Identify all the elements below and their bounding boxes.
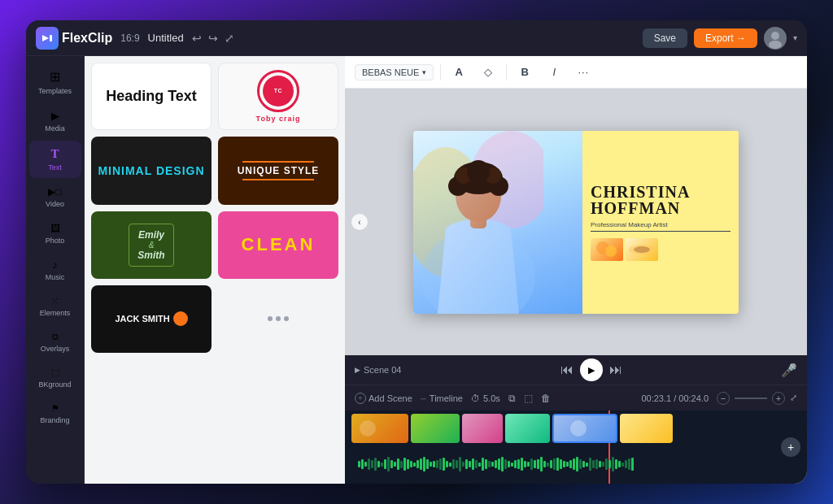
sidebar-item-music[interactable]: ♪ Music bbox=[29, 253, 81, 288]
more-options-button[interactable]: ··· bbox=[572, 61, 595, 84]
account-chevron[interactable]: ▾ bbox=[793, 33, 797, 42]
sidebar-item-branding[interactable]: ⚑ Branding bbox=[29, 397, 81, 431]
sidebar-item-text[interactable]: T Text bbox=[29, 141, 81, 178]
template-card-toby[interactable]: TC Toby craig bbox=[218, 63, 338, 130]
duration-value: 5.0s bbox=[483, 393, 500, 403]
timeline-icon: ⏤ bbox=[421, 393, 426, 403]
fullscreen-icon[interactable]: ⤢ bbox=[225, 32, 234, 45]
skip-forward-icon[interactable]: ⏭ bbox=[609, 363, 622, 377]
canvas-name-line2: HOFFMAN bbox=[591, 200, 731, 216]
undo-icon[interactable]: ↩ bbox=[192, 32, 202, 45]
sidebar-item-photo[interactable]: 🖼 Photo bbox=[29, 216, 81, 251]
sidebar-item-branding-label: Branding bbox=[40, 416, 69, 424]
person-image bbox=[413, 131, 592, 314]
highlight-icon: ◇ bbox=[484, 66, 492, 78]
unique-line-top bbox=[242, 161, 315, 163]
track-clip-6[interactable] bbox=[620, 414, 673, 443]
play-triangle-icon: ▶ bbox=[355, 366, 360, 374]
total-time: 00:24.0 bbox=[678, 393, 709, 403]
svg-point-2 bbox=[769, 41, 782, 49]
text-icon: T bbox=[50, 147, 59, 161]
svg-rect-0 bbox=[50, 35, 52, 41]
timeline-button[interactable]: ⏤ Timeline bbox=[421, 393, 463, 403]
track-clip-2[interactable] bbox=[411, 414, 460, 443]
redo-icon[interactable]: ↪ bbox=[208, 32, 218, 45]
track-clip-1[interactable] bbox=[351, 414, 408, 443]
logo: FlexClip bbox=[36, 27, 112, 50]
sidebar-item-bkground[interactable]: ⬚ BKground bbox=[29, 361, 81, 395]
template-card-unique[interactable]: UNIQUE STYLE bbox=[218, 137, 338, 204]
skip-back-icon[interactable]: ⏮ bbox=[560, 363, 574, 377]
media-icon: ▶ bbox=[51, 110, 59, 122]
music-icon: ♪ bbox=[53, 259, 58, 271]
sidebar-item-elements-label: Elements bbox=[40, 309, 71, 317]
timeline-tracks: + bbox=[345, 411, 807, 484]
bold-icon: B bbox=[521, 66, 529, 78]
bold-button[interactable]: B bbox=[513, 61, 536, 84]
canvas-prev-arrow[interactable]: ‹ bbox=[351, 214, 368, 230]
templates-panel: Heading Text TC Toby craig MIN bbox=[85, 56, 345, 484]
export-button[interactable]: Export → bbox=[694, 28, 757, 48]
template-card-more[interactable] bbox=[218, 285, 338, 353]
canvas-toolbar: BEBAS NEUE ▾ A ◇ B I ··· bbox=[345, 56, 807, 89]
template-card-heading[interactable]: Heading Text bbox=[91, 63, 212, 130]
track-clip-3[interactable] bbox=[462, 414, 503, 443]
add-scene-button[interactable]: + Add Scene bbox=[355, 393, 412, 404]
canvas-thumbnails bbox=[591, 238, 731, 261]
template-card-clean[interactable]: CLEAN bbox=[218, 211, 338, 279]
minimal-card-text: MINIMAL DESIGN bbox=[98, 164, 204, 177]
microphone-icon[interactable]: 🎤 bbox=[781, 363, 797, 378]
sidebar-item-templates[interactable]: ⊞ Templates bbox=[29, 63, 81, 102]
audio-track-row bbox=[345, 446, 807, 482]
font-selector[interactable]: BEBAS NEUE ▾ bbox=[355, 64, 434, 80]
zoom-out-button[interactable]: − bbox=[717, 392, 730, 405]
topbar: FlexClip 16:9 Untitled ↩ ↪ ⤢ Save Export… bbox=[26, 20, 807, 56]
topbar-actions: ↩ ↪ ⤢ bbox=[192, 32, 234, 45]
duration-display: ⏱ 5.0s bbox=[471, 393, 500, 403]
project-name[interactable]: Untitled bbox=[148, 32, 184, 44]
bkground-icon: ⬚ bbox=[51, 367, 59, 378]
templates-icon: ⊞ bbox=[50, 69, 60, 85]
template-card-emily[interactable]: Emily & Smith bbox=[91, 211, 212, 279]
play-button[interactable]: ▶ bbox=[580, 358, 603, 381]
sidebar-item-media[interactable]: ▶ Media bbox=[29, 103, 81, 139]
template-card-jack[interactable]: JACK SMITH bbox=[91, 285, 212, 353]
duplicate-icon[interactable]: ⬚ bbox=[524, 393, 533, 404]
audio-waveform bbox=[358, 456, 800, 472]
sidebar-item-elements[interactable]: ⁙ Elements bbox=[29, 289, 81, 324]
dot-2 bbox=[276, 316, 281, 321]
track-clip-5-selected[interactable] bbox=[552, 414, 617, 443]
unique-card-text: UNIQUE STYLE bbox=[238, 165, 320, 176]
italic-button[interactable]: I bbox=[543, 61, 565, 84]
sidebar-item-photo-label: Photo bbox=[46, 237, 65, 245]
templates-grid: Heading Text TC Toby craig MIN bbox=[91, 63, 338, 353]
canvas-frame[interactable]: CHRISTINA HOFFMAN Professional Makeup Ar… bbox=[413, 131, 739, 314]
time-display: 00:23.1 / 00:24.0 bbox=[641, 393, 709, 403]
italic-icon: I bbox=[553, 66, 556, 78]
copy-icon[interactable]: ⧉ bbox=[508, 393, 516, 404]
video-icon: ▶□ bbox=[48, 186, 61, 198]
canvas-subtitle: Professional Makeup Artist bbox=[591, 221, 731, 232]
toby-circle-inner: TC bbox=[263, 76, 294, 106]
sidebar-item-overlays[interactable]: ⧉ Overlays bbox=[29, 325, 81, 359]
sidebar-item-overlays-label: Overlays bbox=[41, 345, 70, 353]
add-track-button[interactable]: + bbox=[781, 437, 800, 457]
svg-point-13 bbox=[467, 160, 490, 183]
text-color-icon: A bbox=[456, 66, 463, 78]
dot-3 bbox=[284, 316, 289, 321]
timeline-label: Timeline bbox=[430, 393, 463, 403]
delete-icon[interactable]: 🗑 bbox=[541, 393, 551, 404]
text-color-button[interactable]: A bbox=[447, 61, 470, 84]
avatar[interactable] bbox=[764, 27, 787, 50]
expand-icon[interactable]: ⤢ bbox=[790, 393, 797, 403]
highlight-button[interactable]: ◇ bbox=[477, 61, 499, 84]
heading-card-text: Heading Text bbox=[106, 88, 197, 105]
zoom-in-button[interactable]: + bbox=[772, 392, 785, 405]
current-time: 00:23.1 bbox=[641, 393, 671, 403]
sidebar: ⊞ Templates ▶ Media T Text ▶□ Video 🖼 Ph… bbox=[26, 56, 85, 484]
track-clip-4[interactable] bbox=[505, 414, 550, 443]
save-button[interactable]: Save bbox=[643, 28, 687, 48]
scene-bar: ▶ Scene 04 ⏮ ▶ ⏭ 🎤 bbox=[345, 355, 807, 385]
template-card-minimal[interactable]: MINIMAL DESIGN bbox=[91, 137, 212, 204]
sidebar-item-video[interactable]: ▶□ Video bbox=[29, 180, 81, 215]
